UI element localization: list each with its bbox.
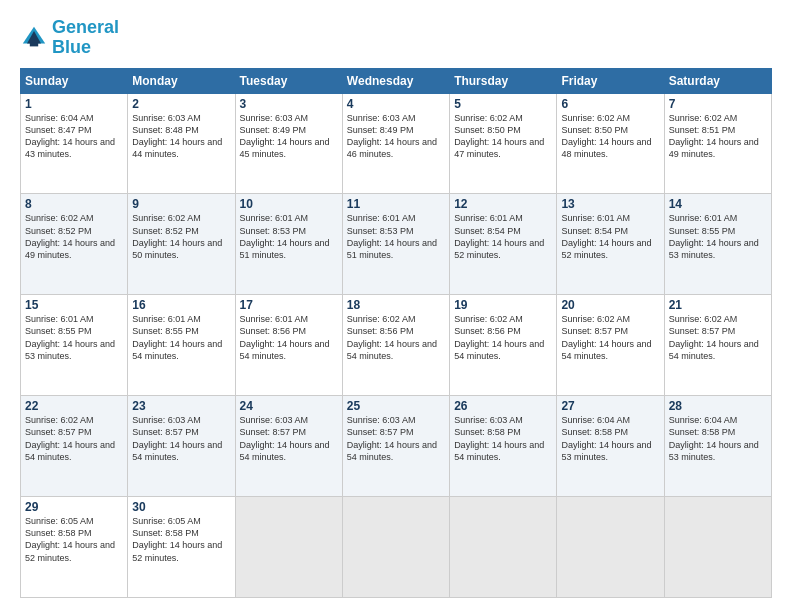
day-number: 11 — [347, 197, 445, 211]
week-row: 8 Sunrise: 6:02 AMSunset: 8:52 PMDayligh… — [21, 194, 772, 295]
logo-text: General Blue — [52, 18, 119, 58]
calendar-cell: 24 Sunrise: 6:03 AMSunset: 8:57 PMDaylig… — [235, 396, 342, 497]
day-number: 4 — [347, 97, 445, 111]
day-info: Sunrise: 6:02 AMSunset: 8:56 PMDaylight:… — [347, 314, 437, 360]
day-number: 19 — [454, 298, 552, 312]
calendar-cell: 1 Sunrise: 6:04 AMSunset: 8:47 PMDayligh… — [21, 93, 128, 194]
day-info: Sunrise: 6:02 AMSunset: 8:50 PMDaylight:… — [561, 113, 651, 159]
header: General Blue — [20, 18, 772, 58]
day-info: Sunrise: 6:03 AMSunset: 8:49 PMDaylight:… — [347, 113, 437, 159]
calendar-cell: 6 Sunrise: 6:02 AMSunset: 8:50 PMDayligh… — [557, 93, 664, 194]
day-info: Sunrise: 6:01 AMSunset: 8:53 PMDaylight:… — [347, 213, 437, 259]
calendar-cell: 9 Sunrise: 6:02 AMSunset: 8:52 PMDayligh… — [128, 194, 235, 295]
calendar-cell: 20 Sunrise: 6:02 AMSunset: 8:57 PMDaylig… — [557, 295, 664, 396]
header-day: Monday — [128, 68, 235, 93]
calendar-cell: 7 Sunrise: 6:02 AMSunset: 8:51 PMDayligh… — [664, 93, 771, 194]
day-info: Sunrise: 6:01 AMSunset: 8:55 PMDaylight:… — [669, 213, 759, 259]
svg-rect-2 — [30, 42, 38, 46]
day-info: Sunrise: 6:03 AMSunset: 8:57 PMDaylight:… — [347, 415, 437, 461]
week-row: 15 Sunrise: 6:01 AMSunset: 8:55 PMDaylig… — [21, 295, 772, 396]
day-info: Sunrise: 6:01 AMSunset: 8:54 PMDaylight:… — [561, 213, 651, 259]
day-info: Sunrise: 6:02 AMSunset: 8:51 PMDaylight:… — [669, 113, 759, 159]
day-number: 23 — [132, 399, 230, 413]
day-number: 24 — [240, 399, 338, 413]
day-number: 27 — [561, 399, 659, 413]
calendar-cell: 27 Sunrise: 6:04 AMSunset: 8:58 PMDaylig… — [557, 396, 664, 497]
day-number: 7 — [669, 97, 767, 111]
calendar-cell: 17 Sunrise: 6:01 AMSunset: 8:56 PMDaylig… — [235, 295, 342, 396]
calendar-cell: 3 Sunrise: 6:03 AMSunset: 8:49 PMDayligh… — [235, 93, 342, 194]
calendar-cell: 2 Sunrise: 6:03 AMSunset: 8:48 PMDayligh… — [128, 93, 235, 194]
calendar-cell: 28 Sunrise: 6:04 AMSunset: 8:58 PMDaylig… — [664, 396, 771, 497]
header-day: Tuesday — [235, 68, 342, 93]
day-info: Sunrise: 6:03 AMSunset: 8:57 PMDaylight:… — [132, 415, 222, 461]
day-number: 3 — [240, 97, 338, 111]
day-number: 12 — [454, 197, 552, 211]
week-row: 29 Sunrise: 6:05 AMSunset: 8:58 PMDaylig… — [21, 497, 772, 598]
day-number: 1 — [25, 97, 123, 111]
day-number: 17 — [240, 298, 338, 312]
day-info: Sunrise: 6:02 AMSunset: 8:57 PMDaylight:… — [561, 314, 651, 360]
day-number: 8 — [25, 197, 123, 211]
day-info: Sunrise: 6:04 AMSunset: 8:58 PMDaylight:… — [561, 415, 651, 461]
day-number: 2 — [132, 97, 230, 111]
day-number: 13 — [561, 197, 659, 211]
calendar-cell — [664, 497, 771, 598]
page: General Blue SundayMondayTuesdayWednesda… — [0, 0, 792, 612]
day-number: 10 — [240, 197, 338, 211]
day-info: Sunrise: 6:03 AMSunset: 8:58 PMDaylight:… — [454, 415, 544, 461]
calendar-cell — [557, 497, 664, 598]
day-number: 9 — [132, 197, 230, 211]
day-number: 5 — [454, 97, 552, 111]
calendar-cell: 21 Sunrise: 6:02 AMSunset: 8:57 PMDaylig… — [664, 295, 771, 396]
day-number: 6 — [561, 97, 659, 111]
day-number: 18 — [347, 298, 445, 312]
day-number: 25 — [347, 399, 445, 413]
calendar-cell: 12 Sunrise: 6:01 AMSunset: 8:54 PMDaylig… — [450, 194, 557, 295]
day-info: Sunrise: 6:04 AMSunset: 8:58 PMDaylight:… — [669, 415, 759, 461]
day-number: 16 — [132, 298, 230, 312]
calendar-cell: 5 Sunrise: 6:02 AMSunset: 8:50 PMDayligh… — [450, 93, 557, 194]
day-info: Sunrise: 6:01 AMSunset: 8:54 PMDaylight:… — [454, 213, 544, 259]
calendar-cell: 23 Sunrise: 6:03 AMSunset: 8:57 PMDaylig… — [128, 396, 235, 497]
day-number: 22 — [25, 399, 123, 413]
day-info: Sunrise: 6:03 AMSunset: 8:57 PMDaylight:… — [240, 415, 330, 461]
calendar-cell: 18 Sunrise: 6:02 AMSunset: 8:56 PMDaylig… — [342, 295, 449, 396]
calendar: SundayMondayTuesdayWednesdayThursdayFrid… — [20, 68, 772, 598]
calendar-cell: 15 Sunrise: 6:01 AMSunset: 8:55 PMDaylig… — [21, 295, 128, 396]
day-info: Sunrise: 6:02 AMSunset: 8:56 PMDaylight:… — [454, 314, 544, 360]
week-row: 1 Sunrise: 6:04 AMSunset: 8:47 PMDayligh… — [21, 93, 772, 194]
calendar-cell: 16 Sunrise: 6:01 AMSunset: 8:55 PMDaylig… — [128, 295, 235, 396]
header-day: Thursday — [450, 68, 557, 93]
calendar-cell: 14 Sunrise: 6:01 AMSunset: 8:55 PMDaylig… — [664, 194, 771, 295]
header-day: Saturday — [664, 68, 771, 93]
day-number: 28 — [669, 399, 767, 413]
header-row: SundayMondayTuesdayWednesdayThursdayFrid… — [21, 68, 772, 93]
calendar-cell: 25 Sunrise: 6:03 AMSunset: 8:57 PMDaylig… — [342, 396, 449, 497]
calendar-cell — [235, 497, 342, 598]
day-number: 30 — [132, 500, 230, 514]
week-row: 22 Sunrise: 6:02 AMSunset: 8:57 PMDaylig… — [21, 396, 772, 497]
day-info: Sunrise: 6:03 AMSunset: 8:48 PMDaylight:… — [132, 113, 222, 159]
day-info: Sunrise: 6:02 AMSunset: 8:50 PMDaylight:… — [454, 113, 544, 159]
calendar-cell: 10 Sunrise: 6:01 AMSunset: 8:53 PMDaylig… — [235, 194, 342, 295]
day-number: 20 — [561, 298, 659, 312]
day-info: Sunrise: 6:01 AMSunset: 8:55 PMDaylight:… — [25, 314, 115, 360]
calendar-cell — [450, 497, 557, 598]
day-info: Sunrise: 6:04 AMSunset: 8:47 PMDaylight:… — [25, 113, 115, 159]
logo-icon — [20, 24, 48, 52]
day-info: Sunrise: 6:01 AMSunset: 8:53 PMDaylight:… — [240, 213, 330, 259]
day-info: Sunrise: 6:05 AMSunset: 8:58 PMDaylight:… — [132, 516, 222, 562]
header-day: Friday — [557, 68, 664, 93]
header-day: Wednesday — [342, 68, 449, 93]
logo: General Blue — [20, 18, 119, 58]
day-info: Sunrise: 6:02 AMSunset: 8:52 PMDaylight:… — [132, 213, 222, 259]
calendar-cell: 11 Sunrise: 6:01 AMSunset: 8:53 PMDaylig… — [342, 194, 449, 295]
day-number: 29 — [25, 500, 123, 514]
calendar-cell: 30 Sunrise: 6:05 AMSunset: 8:58 PMDaylig… — [128, 497, 235, 598]
day-info: Sunrise: 6:03 AMSunset: 8:49 PMDaylight:… — [240, 113, 330, 159]
calendar-cell: 13 Sunrise: 6:01 AMSunset: 8:54 PMDaylig… — [557, 194, 664, 295]
calendar-cell: 29 Sunrise: 6:05 AMSunset: 8:58 PMDaylig… — [21, 497, 128, 598]
day-number: 21 — [669, 298, 767, 312]
calendar-cell: 19 Sunrise: 6:02 AMSunset: 8:56 PMDaylig… — [450, 295, 557, 396]
